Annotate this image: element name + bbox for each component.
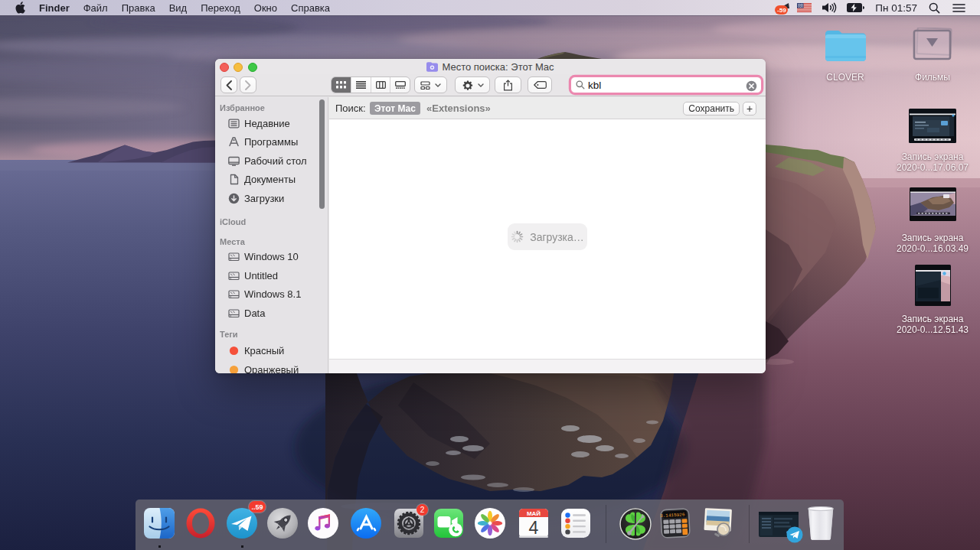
svg-text:МАЙ: МАЙ (527, 510, 541, 517)
svg-text:4: 4 (529, 518, 539, 538)
